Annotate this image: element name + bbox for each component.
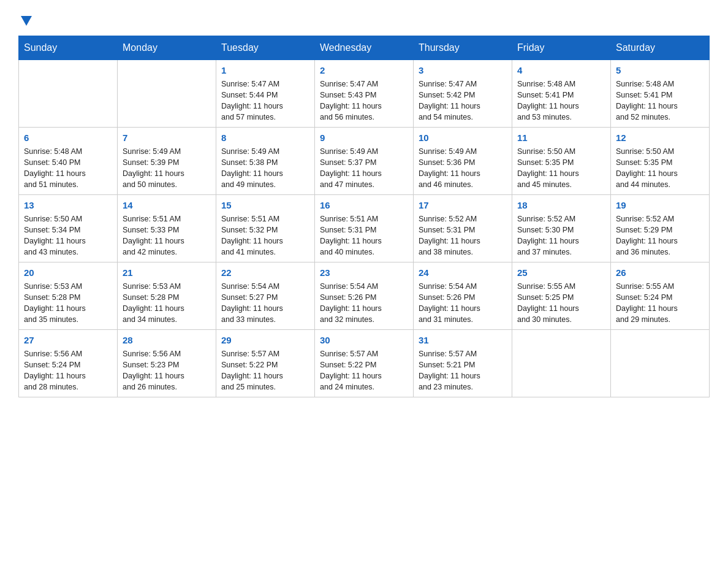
calendar-cell: 11Sunrise: 5:50 AM Sunset: 5:35 PM Dayli… [512,128,611,195]
calendar-cell: 20Sunrise: 5:53 AM Sunset: 5:28 PM Dayli… [19,262,118,330]
day-number: 3 [419,64,507,77]
day-number: 25 [517,266,605,279]
day-info: Sunrise: 5:49 AM Sunset: 5:36 PM Dayligh… [419,146,507,191]
logo [18,12,32,29]
day-number: 11 [517,131,605,144]
day-number: 18 [517,199,605,212]
day-info: Sunrise: 5:56 AM Sunset: 5:24 PM Dayligh… [24,348,112,393]
day-number: 29 [221,334,309,347]
day-number: 7 [123,131,211,144]
calendar-cell: 19Sunrise: 5:52 AM Sunset: 5:29 PM Dayli… [611,195,710,262]
logo-triangle-icon [21,16,32,29]
day-number: 24 [419,266,507,279]
day-info: Sunrise: 5:49 AM Sunset: 5:39 PM Dayligh… [123,146,211,191]
calendar-cell: 27Sunrise: 5:56 AM Sunset: 5:24 PM Dayli… [19,330,118,397]
calendar-week-row: 13Sunrise: 5:50 AM Sunset: 5:34 PM Dayli… [19,195,710,262]
day-number: 22 [221,266,309,279]
calendar-week-row: 1Sunrise: 5:47 AM Sunset: 5:44 PM Daylig… [19,60,710,128]
calendar-week-row: 6Sunrise: 5:48 AM Sunset: 5:40 PM Daylig… [19,128,710,195]
day-info: Sunrise: 5:57 AM Sunset: 5:22 PM Dayligh… [221,348,309,393]
day-info: Sunrise: 5:50 AM Sunset: 5:34 PM Dayligh… [24,213,112,258]
calendar-cell [118,60,216,128]
day-number: 1 [221,64,309,77]
calendar-cell: 21Sunrise: 5:53 AM Sunset: 5:28 PM Dayli… [118,262,216,330]
day-info: Sunrise: 5:54 AM Sunset: 5:26 PM Dayligh… [419,281,507,326]
calendar-header-thursday: Thursday [414,36,512,60]
calendar-cell: 1Sunrise: 5:47 AM Sunset: 5:44 PM Daylig… [216,60,315,128]
calendar-cell [512,330,611,397]
calendar-cell: 6Sunrise: 5:48 AM Sunset: 5:40 PM Daylig… [19,128,118,195]
day-info: Sunrise: 5:47 AM Sunset: 5:44 PM Dayligh… [221,79,309,123]
day-number: 9 [320,131,408,144]
day-info: Sunrise: 5:50 AM Sunset: 5:35 PM Dayligh… [616,146,704,191]
calendar-header-wednesday: Wednesday [315,36,414,60]
calendar-cell: 8Sunrise: 5:49 AM Sunset: 5:38 PM Daylig… [216,128,315,195]
day-number: 26 [616,266,704,279]
calendar-week-row: 27Sunrise: 5:56 AM Sunset: 5:24 PM Dayli… [19,330,710,397]
calendar-cell: 13Sunrise: 5:50 AM Sunset: 5:34 PM Dayli… [19,195,118,262]
day-info: Sunrise: 5:49 AM Sunset: 5:37 PM Dayligh… [320,146,408,191]
calendar-cell: 16Sunrise: 5:51 AM Sunset: 5:31 PM Dayli… [315,195,414,262]
calendar-header-tuesday: Tuesday [216,36,315,60]
day-info: Sunrise: 5:55 AM Sunset: 5:25 PM Dayligh… [517,281,605,326]
day-info: Sunrise: 5:48 AM Sunset: 5:40 PM Dayligh… [24,146,112,191]
day-info: Sunrise: 5:52 AM Sunset: 5:30 PM Dayligh… [517,213,605,258]
calendar-cell: 12Sunrise: 5:50 AM Sunset: 5:35 PM Dayli… [611,128,710,195]
day-info: Sunrise: 5:49 AM Sunset: 5:38 PM Dayligh… [221,146,309,191]
day-info: Sunrise: 5:47 AM Sunset: 5:42 PM Dayligh… [419,79,507,123]
calendar-cell [19,60,118,128]
calendar-cell: 18Sunrise: 5:52 AM Sunset: 5:30 PM Dayli… [512,195,611,262]
calendar-cell: 10Sunrise: 5:49 AM Sunset: 5:36 PM Dayli… [414,128,512,195]
calendar-cell: 5Sunrise: 5:48 AM Sunset: 5:41 PM Daylig… [611,60,710,128]
calendar-cell: 24Sunrise: 5:54 AM Sunset: 5:26 PM Dayli… [414,262,512,330]
calendar-cell: 25Sunrise: 5:55 AM Sunset: 5:25 PM Dayli… [512,262,611,330]
day-info: Sunrise: 5:54 AM Sunset: 5:26 PM Dayligh… [320,281,408,326]
day-number: 28 [123,334,211,347]
calendar-cell: 7Sunrise: 5:49 AM Sunset: 5:39 PM Daylig… [118,128,216,195]
day-info: Sunrise: 5:51 AM Sunset: 5:31 PM Dayligh… [320,213,408,258]
day-number: 16 [320,199,408,212]
calendar-cell: 26Sunrise: 5:55 AM Sunset: 5:24 PM Dayli… [611,262,710,330]
day-number: 17 [419,199,507,212]
page-header [18,12,710,29]
calendar-cell: 9Sunrise: 5:49 AM Sunset: 5:37 PM Daylig… [315,128,414,195]
day-number: 23 [320,266,408,279]
calendar-cell: 2Sunrise: 5:47 AM Sunset: 5:43 PM Daylig… [315,60,414,128]
calendar-header-row: SundayMondayTuesdayWednesdayThursdayFrid… [19,36,710,60]
day-number: 10 [419,131,507,144]
day-number: 31 [419,334,507,347]
calendar-cell: 28Sunrise: 5:56 AM Sunset: 5:23 PM Dayli… [118,330,216,397]
calendar-cell: 29Sunrise: 5:57 AM Sunset: 5:22 PM Dayli… [216,330,315,397]
calendar-cell: 4Sunrise: 5:48 AM Sunset: 5:41 PM Daylig… [512,60,611,128]
day-number: 6 [24,131,112,144]
calendar-table: SundayMondayTuesdayWednesdayThursdayFrid… [18,36,710,397]
day-info: Sunrise: 5:48 AM Sunset: 5:41 PM Dayligh… [517,79,605,123]
calendar-cell: 30Sunrise: 5:57 AM Sunset: 5:22 PM Dayli… [315,330,414,397]
calendar-cell [611,330,710,397]
calendar-cell: 31Sunrise: 5:57 AM Sunset: 5:21 PM Dayli… [414,330,512,397]
day-number: 19 [616,199,704,212]
day-info: Sunrise: 5:51 AM Sunset: 5:33 PM Dayligh… [123,213,211,258]
day-info: Sunrise: 5:57 AM Sunset: 5:22 PM Dayligh… [320,348,408,393]
day-number: 30 [320,334,408,347]
day-info: Sunrise: 5:52 AM Sunset: 5:31 PM Dayligh… [419,213,507,258]
day-info: Sunrise: 5:53 AM Sunset: 5:28 PM Dayligh… [123,281,211,326]
calendar-cell: 23Sunrise: 5:54 AM Sunset: 5:26 PM Dayli… [315,262,414,330]
day-info: Sunrise: 5:57 AM Sunset: 5:21 PM Dayligh… [419,348,507,393]
day-number: 12 [616,131,704,144]
day-number: 8 [221,131,309,144]
day-number: 27 [24,334,112,347]
day-number: 2 [320,64,408,77]
day-info: Sunrise: 5:54 AM Sunset: 5:27 PM Dayligh… [221,281,309,326]
calendar-header-friday: Friday [512,36,611,60]
day-number: 21 [123,266,211,279]
calendar-header-saturday: Saturday [611,36,710,60]
calendar-cell: 15Sunrise: 5:51 AM Sunset: 5:32 PM Dayli… [216,195,315,262]
day-info: Sunrise: 5:52 AM Sunset: 5:29 PM Dayligh… [616,213,704,258]
day-info: Sunrise: 5:48 AM Sunset: 5:41 PM Dayligh… [616,79,704,123]
calendar-cell: 17Sunrise: 5:52 AM Sunset: 5:31 PM Dayli… [414,195,512,262]
day-number: 20 [24,266,112,279]
calendar-header-monday: Monday [118,36,216,60]
day-info: Sunrise: 5:55 AM Sunset: 5:24 PM Dayligh… [616,281,704,326]
calendar-cell: 22Sunrise: 5:54 AM Sunset: 5:27 PM Dayli… [216,262,315,330]
